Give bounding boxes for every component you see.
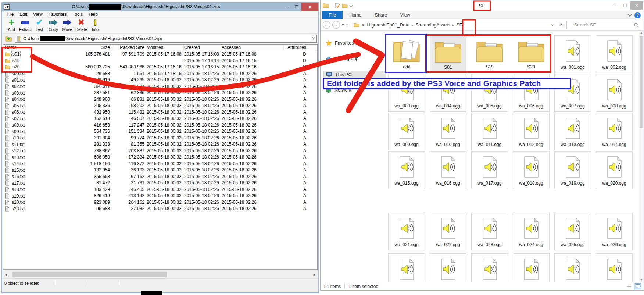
file-tile-wa_022.ogg[interactable]: wa_022.ogg: [430, 213, 466, 250]
column-header-size[interactable]: Size: [80, 45, 110, 50]
file-tile-partial[interactable]: [513, 253, 550, 282]
file-tile-partial[interactable]: [554, 253, 591, 282]
menu-view[interactable]: View: [30, 12, 46, 17]
menu-file[interactable]: File: [4, 12, 17, 17]
new-folder-icon[interactable]: [342, 3, 348, 8]
file-tile-partial[interactable]: [471, 253, 508, 282]
address-combo[interactable]: C:\UsersDownloads\Higurashi\HigurashiPS3…: [15, 35, 317, 43]
table-row[interactable]: s18.txt183 42946 4052015-05-18 00:322015…: [3, 186, 317, 193]
menu-edit[interactable]: Edit: [17, 12, 30, 17]
table-row[interactable]: s06.txt432 950115 4822015-05-18 00:32201…: [3, 109, 317, 116]
file-tile-wa_016.ogg[interactable]: wa_016.ogg: [430, 151, 466, 189]
up-button[interactable]: ↑: [346, 22, 348, 28]
forward-button[interactable]: →: [332, 21, 340, 29]
column-header-attributes[interactable]: Attributes: [285, 45, 306, 50]
tab-home[interactable]: Home: [343, 11, 368, 19]
scroll-right-icon[interactable]: ▸: [311, 271, 318, 278]
file-tile-partial[interactable]: [388, 253, 425, 282]
file-tile-wa_011.ogg[interactable]: wa_011.ogg: [471, 113, 508, 150]
column-header-accessed[interactable]: Accessed: [222, 45, 258, 50]
table-row[interactable]: s17.txt81 47221 7312015-05-18 00:322015-…: [3, 180, 317, 186]
column-separator[interactable]: [146, 45, 146, 50]
close-button[interactable]: ✕: [301, 3, 318, 11]
table-row[interactable]: s08.txt416 653117 2472015-05-18 00:32201…: [3, 122, 317, 129]
qat-dropdown-icon[interactable]: [349, 4, 353, 7]
ribbon-expand-icon[interactable]: [628, 13, 632, 17]
table-row[interactable]: s10.txt391 80499 7742015-05-18 00:322015…: [3, 135, 317, 142]
file-tile-wa_001.ogg[interactable]: wa_001.ogg: [554, 35, 591, 73]
column-separator[interactable]: [221, 45, 221, 50]
breadcrumb-item-streamingassets[interactable]: StreamingAssets: [414, 22, 451, 28]
file-tile-wa_018.ogg[interactable]: wa_018.ogg: [513, 151, 550, 189]
sidebar-item-homegroup[interactable]: Homegroup: [323, 54, 361, 63]
file-tile-wa_002.ogg[interactable]: wa_002.ogg: [596, 35, 633, 73]
minimize-button[interactable]: ─: [282, 4, 292, 10]
table-row[interactable]: s09.txt564 736151 3342015-05-18 00:32201…: [3, 128, 317, 135]
file-tile-wa_025.ogg[interactable]: wa_025.ogg: [554, 213, 591, 250]
scroll-up-icon[interactable]: ▲: [639, 31, 644, 35]
file-tile-wa_010.ogg[interactable]: wa_010.ogg: [430, 113, 466, 150]
menu-favorites[interactable]: Favorites: [46, 12, 69, 17]
column-header-packed-size[interactable]: Packed Size: [111, 45, 144, 50]
address-dropdown-icon[interactable]: ˅: [310, 35, 316, 42]
table-row[interactable]: s00.txt29 6881 5612015-05-17 18:152015-0…: [3, 71, 317, 77]
file-tile-wa_026.ogg[interactable]: wa_026.ogg: [596, 213, 633, 250]
breadcrumb-prefix[interactable]: «: [360, 22, 366, 28]
copy-button[interactable]: Copy: [46, 18, 60, 32]
menu-help[interactable]: Help: [86, 12, 101, 17]
column-header-modified[interactable]: Modified: [147, 45, 183, 50]
maximize-button[interactable]: ☐: [619, 1, 630, 10]
scroll-left-icon[interactable]: ◂: [3, 271, 9, 278]
table-row[interactable]: s11.txt281 33381 3552015-05-18 00:322015…: [3, 141, 317, 148]
table-row[interactable]: s05.txt205 33658 2022015-05-18 00:322015…: [3, 103, 317, 109]
file-tile-wa_014.ogg[interactable]: wa_014.ogg: [596, 113, 633, 150]
minimize-button[interactable]: ─: [608, 1, 619, 10]
file-tile-wa_020.ogg[interactable]: wa_020.ogg: [596, 151, 633, 189]
breadcrumb-separator-icon[interactable]: ▸: [411, 23, 414, 27]
thumbnail-view-icon[interactable]: [634, 283, 641, 289]
table-row[interactable]: s13.txt606 058172 3842015-05-18 00:32201…: [3, 154, 317, 161]
file-tile-wa_024.ogg[interactable]: wa_024.ogg: [513, 213, 550, 250]
scrollbar-thumb[interactable]: [640, 36, 643, 128]
file-tile-wa_021.ogg[interactable]: wa_021.ogg: [388, 213, 425, 250]
folder-tile-S19[interactable]: S19: [471, 35, 508, 73]
table-row[interactable]: s01105 376 48197 591 7092015-05-17 16:08…: [3, 51, 317, 58]
close-button[interactable]: ✕: [630, 1, 643, 10]
table-row[interactable]: s20580 093 725543 383 9662015-05-17 16:1…: [3, 64, 317, 71]
column-separator[interactable]: [283, 45, 284, 50]
refresh-icon[interactable]: ↻: [557, 21, 567, 29]
breadcrumb[interactable]: « HigurashiEp01_Data▸StreamingAssets▸SE …: [352, 21, 555, 29]
add-button[interactable]: +Add: [4, 18, 18, 32]
explorer-titlebar[interactable]: SE ─ ☐ ✕: [321, 0, 644, 11]
breadcrumb-separator-icon[interactable]: ▸: [452, 23, 455, 27]
table-row[interactable]: s23.txt95 68327 0822015-05-18 00:322015-…: [3, 206, 317, 212]
file-tile-wa_009.ogg[interactable]: wa_009.ogg: [388, 113, 425, 150]
extract-button[interactable]: Extract: [18, 18, 32, 32]
table-row[interactable]: s15.txt132 95436 1032015-05-18 00:322015…: [3, 167, 317, 174]
file-tile-wa_023.ogg[interactable]: wa_023.ogg: [471, 213, 508, 250]
vertical-scrollbar[interactable]: ▲ ▼: [639, 31, 644, 282]
column-header-created[interactable]: Created: [184, 45, 220, 50]
table-row[interactable]: s07.txt162 61346 5072015-05-18 00:322015…: [3, 115, 317, 122]
info-button[interactable]: iInfo: [88, 18, 102, 32]
properties-icon[interactable]: [335, 3, 340, 8]
file-tile-wa_013.ogg[interactable]: wa_013.ogg: [554, 113, 591, 150]
folder-tile-S20[interactable]: S20: [513, 35, 550, 73]
help-icon[interactable]: ?: [634, 12, 641, 18]
file-tile-wa_012.ogg[interactable]: wa_012.ogg: [513, 113, 550, 150]
breadcrumb-item-higurashiep01_data[interactable]: HigurashiEp01_Data: [365, 22, 411, 28]
folder-up-button[interactable]: [4, 35, 13, 42]
table-row[interactable]: s02.txt326 31186 6972015-05-18 00:322015…: [3, 83, 317, 90]
file-tile-wa_017.ogg[interactable]: wa_017.ogg: [471, 151, 508, 189]
column-header-name[interactable]: Name: [5, 45, 78, 50]
table-row[interactable]: s03.txt237 58162 3362015-05-18 00:322015…: [3, 90, 317, 96]
sidebar-item-favorites[interactable]: Favorites: [323, 39, 356, 47]
move-button[interactable]: Move: [60, 18, 74, 32]
file-tile-wa_008.ogg[interactable]: wa_008.ogg: [596, 74, 633, 112]
file-tile-partial[interactable]: [430, 253, 466, 282]
address-dropdown-icon[interactable]: ˅: [551, 23, 554, 27]
table-row[interactable]: s04.txt248 90066 8812015-05-18 00:322015…: [3, 96, 317, 103]
tab-share[interactable]: Share: [368, 11, 394, 19]
scroll-down-icon[interactable]: ▼: [639, 278, 644, 282]
column-separator[interactable]: [183, 45, 184, 50]
